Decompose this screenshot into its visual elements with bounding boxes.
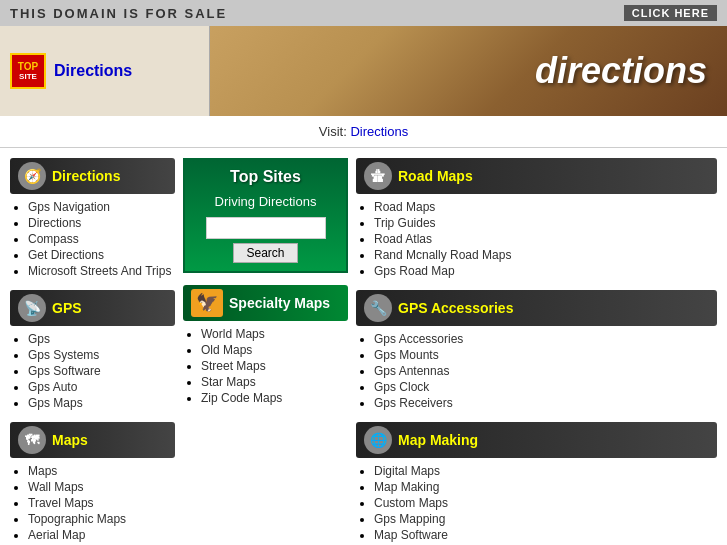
- list-item: Gps Clock: [374, 380, 717, 394]
- maps-title: Maps: [52, 432, 88, 448]
- road-maps-header: 🛣 Road Maps: [356, 158, 717, 194]
- specialty-link-world[interactable]: World Maps: [201, 327, 265, 341]
- map-making-title: Map Making: [398, 432, 478, 448]
- list-item: Road Atlas: [374, 232, 717, 246]
- header-right: directions: [210, 26, 727, 116]
- gps-title: GPS: [52, 300, 82, 316]
- map-making-link-software[interactable]: Map Software: [374, 528, 448, 542]
- list-item: World Maps: [201, 327, 348, 341]
- gps-acc-link-receivers[interactable]: Gps Receivers: [374, 396, 453, 410]
- list-item: Map Making: [374, 480, 717, 494]
- gps-header: 📡 GPS: [10, 290, 175, 326]
- top-banner: THIS DOMAIN IS FOR SALE CLICK HERE: [0, 0, 727, 26]
- gps-acc-link-antennas[interactable]: Gps Antennas: [374, 364, 449, 378]
- top-sites-search-input[interactable]: [206, 217, 326, 239]
- maps-link-wall[interactable]: Wall Maps: [28, 480, 84, 494]
- list-item: Gps: [28, 332, 175, 346]
- gps-link-software[interactable]: Gps Software: [28, 364, 101, 378]
- list-item: Gps Systems: [28, 348, 175, 362]
- directions-link-get-directions[interactable]: Get Directions: [28, 248, 104, 262]
- list-item: Road Maps: [374, 200, 717, 214]
- header: TOP SITE Directions directions: [0, 26, 727, 116]
- list-item: Gps Mounts: [374, 348, 717, 362]
- maps-link-travel[interactable]: Travel Maps: [28, 496, 94, 510]
- top-sites-search-button[interactable]: Search: [233, 243, 297, 263]
- maps-icon: 🗺: [18, 426, 46, 454]
- directions-link-compass[interactable]: Compass: [28, 232, 79, 246]
- specialty-maps-header: 🦅 Specialty Maps: [183, 285, 348, 321]
- gps-icon: 📡: [18, 294, 46, 322]
- specialty-maps-section: 🦅 Specialty Maps World Maps Old Maps Str…: [183, 285, 348, 405]
- list-item: Aerial Map: [28, 528, 175, 542]
- road-link-gps-road-map[interactable]: Gps Road Map: [374, 264, 455, 278]
- directions-link-microsoft[interactable]: Microsoft Streets And Trips: [28, 264, 171, 278]
- domain-for-sale-text: THIS DOMAIN IS FOR SALE: [10, 6, 227, 21]
- map-making-section: 🌐 Map Making Digital Maps Map Making Cus…: [356, 422, 717, 542]
- visit-link[interactable]: Directions: [350, 124, 408, 139]
- road-link-road-atlas[interactable]: Road Atlas: [374, 232, 432, 246]
- maps-link-topo[interactable]: Topographic Maps: [28, 512, 126, 526]
- list-item: Gps Road Map: [374, 264, 717, 278]
- maps-list: Maps Wall Maps Travel Maps Topographic M…: [10, 464, 175, 542]
- gps-accessories-list: Gps Accessories Gps Mounts Gps Antennas …: [356, 332, 717, 410]
- road-link-trip-guides[interactable]: Trip Guides: [374, 216, 436, 230]
- specialty-maps-title: Specialty Maps: [229, 295, 330, 311]
- list-item: Gps Software: [28, 364, 175, 378]
- directions-link-gps-nav[interactable]: Gps Navigation: [28, 200, 110, 214]
- gps-acc-link-mounts[interactable]: Gps Mounts: [374, 348, 439, 362]
- list-item: Travel Maps: [28, 496, 175, 510]
- list-item: Directions: [28, 216, 175, 230]
- list-item: Old Maps: [201, 343, 348, 357]
- header-logo-text: directions: [535, 50, 707, 92]
- click-here-button[interactable]: CLICK HERE: [624, 5, 717, 21]
- header-directions-link[interactable]: Directions: [54, 62, 132, 80]
- visit-prefix: Visit:: [319, 124, 351, 139]
- gps-acc-link-clock[interactable]: Gps Clock: [374, 380, 429, 394]
- directions-icon: 🧭: [18, 162, 46, 190]
- gps-section: 📡 GPS Gps Gps Systems Gps Software Gps A…: [10, 290, 175, 410]
- list-item: Custom Maps: [374, 496, 717, 510]
- gps-link-maps[interactable]: Gps Maps: [28, 396, 83, 410]
- road-link-road-maps[interactable]: Road Maps: [374, 200, 435, 214]
- map-making-link-making[interactable]: Map Making: [374, 480, 439, 494]
- map-making-link-gps-mapping[interactable]: Gps Mapping: [374, 512, 445, 526]
- map-making-list: Digital Maps Map Making Custom Maps Gps …: [356, 464, 717, 542]
- top-sites-box: Top Sites Driving Directions Search: [183, 158, 348, 273]
- road-maps-title: Road Maps: [398, 168, 473, 184]
- list-item: Map Software: [374, 528, 717, 542]
- list-item: Maps: [28, 464, 175, 478]
- road-link-rand-mcnally[interactable]: Rand Mcnally Road Maps: [374, 248, 511, 262]
- road-maps-list: Road Maps Trip Guides Road Atlas Rand Mc…: [356, 200, 717, 278]
- list-item: Gps Accessories: [374, 332, 717, 346]
- gps-acc-link-accessories[interactable]: Gps Accessories: [374, 332, 463, 346]
- gps-accessories-icon: 🔧: [364, 294, 392, 322]
- list-item: Wall Maps: [28, 480, 175, 494]
- gps-link-gps[interactable]: Gps: [28, 332, 50, 346]
- top-sites-title: Top Sites: [193, 168, 338, 186]
- list-item: Gps Navigation: [28, 200, 175, 214]
- top-site-badge: TOP SITE: [10, 53, 46, 89]
- list-item: Gps Maps: [28, 396, 175, 410]
- gps-link-systems[interactable]: Gps Systems: [28, 348, 99, 362]
- list-item: Gps Auto: [28, 380, 175, 394]
- maps-link-aerial[interactable]: Aerial Map: [28, 528, 85, 542]
- directions-header: 🧭 Directions: [10, 158, 175, 194]
- gps-accessories-header: 🔧 GPS Accessories: [356, 290, 717, 326]
- map-making-link-digital[interactable]: Digital Maps: [374, 464, 440, 478]
- list-item: Rand Mcnally Road Maps: [374, 248, 717, 262]
- specialty-link-street[interactable]: Street Maps: [201, 359, 266, 373]
- maps-link-maps[interactable]: Maps: [28, 464, 57, 478]
- badge-top: TOP: [18, 61, 38, 72]
- specialty-link-star[interactable]: Star Maps: [201, 375, 256, 389]
- map-making-header: 🌐 Map Making: [356, 422, 717, 458]
- map-making-link-custom[interactable]: Custom Maps: [374, 496, 448, 510]
- maps-header: 🗺 Maps: [10, 422, 175, 458]
- top-sites-subtitle: Driving Directions: [193, 194, 338, 209]
- list-item: Gps Receivers: [374, 396, 717, 410]
- directions-section: 🧭 Directions Gps Navigation Directions C…: [10, 158, 175, 278]
- gps-link-auto[interactable]: Gps Auto: [28, 380, 77, 394]
- specialty-link-zip[interactable]: Zip Code Maps: [201, 391, 282, 405]
- specialty-link-old[interactable]: Old Maps: [201, 343, 252, 357]
- directions-link-directions[interactable]: Directions: [28, 216, 81, 230]
- badge-site: SITE: [19, 72, 37, 81]
